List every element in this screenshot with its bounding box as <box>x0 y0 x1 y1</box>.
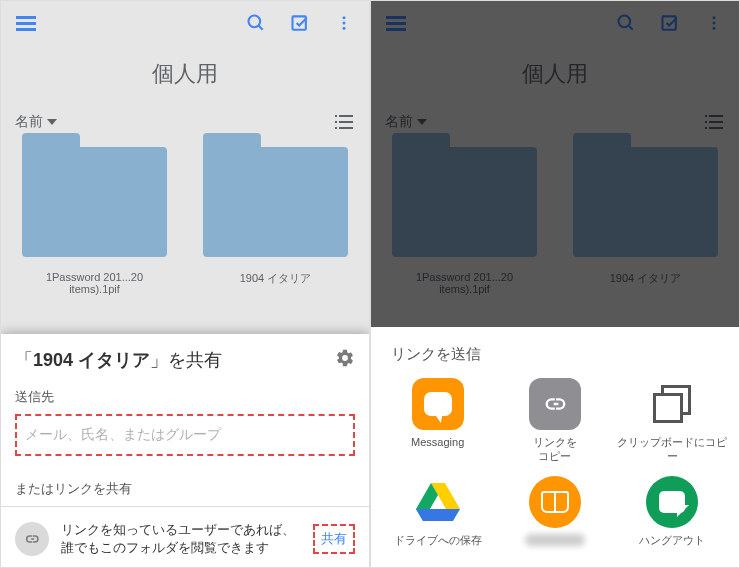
messaging-icon <box>412 378 464 430</box>
screen-link-send: 個人用 名前 1Password 201...20 items).1pif <box>370 0 740 568</box>
gdrive-icon <box>412 476 464 528</box>
app-messaging[interactable]: Messaging <box>379 378 496 464</box>
clipboard-icon <box>646 378 698 430</box>
books-icon <box>529 476 581 528</box>
app-copy-link[interactable]: リンクを コピー <box>496 378 613 464</box>
gear-icon[interactable] <box>335 348 355 372</box>
svg-point-5 <box>343 27 346 30</box>
app-label: ハングアウト <box>614 534 731 548</box>
more-icon[interactable] <box>333 12 355 34</box>
link-send-title: リンクを送信 <box>391 345 719 364</box>
app-clipboard[interactable]: クリップボードにコピー <box>614 378 731 464</box>
folder-item[interactable]: 1904 イタリア <box>200 147 351 295</box>
app-label: ドライブへの保存 <box>379 534 496 548</box>
or-link-label: またはリンクを共有 <box>15 480 355 498</box>
divider <box>1 506 369 507</box>
select-icon[interactable] <box>289 12 311 34</box>
folder-icon <box>203 147 348 257</box>
sort-label: 名前 <box>15 113 43 131</box>
app-hangouts[interactable]: ハングアウト <box>614 476 731 548</box>
link-send-sheet: リンクを送信 Messaging リンクを コピー クリップボードにコピー <box>371 327 739 567</box>
svg-line-1 <box>259 26 263 30</box>
app-label: リンクを コピー <box>496 436 613 464</box>
svg-marker-6 <box>47 119 57 125</box>
app-books[interactable] <box>496 476 613 548</box>
hangouts-icon <box>646 476 698 528</box>
recipient-input[interactable]: メール、氏名、またはグループ <box>15 414 355 456</box>
svg-point-3 <box>343 16 346 19</box>
svg-point-0 <box>249 16 261 28</box>
share-button[interactable]: 共有 <box>313 524 355 554</box>
link-description: リンクを知っているユーザーであれば、誰でもこのフォルダを閲覧できます <box>61 521 301 557</box>
share-bottom-sheet: 「1904 イタリア」を共有 送信先 メール、氏名、またはグループ またはリンク… <box>1 334 369 567</box>
copylink-icon <box>529 378 581 430</box>
app-label <box>525 534 585 546</box>
search-icon[interactable] <box>245 12 267 34</box>
app-label: クリップボードにコピー <box>614 436 731 464</box>
page-title: 個人用 <box>1 45 369 111</box>
svg-marker-16 <box>416 509 460 521</box>
app-label: Messaging <box>379 436 496 450</box>
view-list-icon[interactable] <box>333 111 355 133</box>
folder-label: 1Password 201...20 items).1pif <box>19 271 170 295</box>
menu-icon[interactable] <box>15 12 37 34</box>
app-drive-save[interactable]: ドライブへの保存 <box>379 476 496 548</box>
share-title: 「1904 イタリア」を共有 <box>15 348 222 372</box>
folder-item[interactable]: 1Password 201...20 items).1pif <box>19 147 170 295</box>
link-icon <box>15 522 49 556</box>
sort-button[interactable]: 名前 <box>15 113 57 131</box>
topbar <box>1 1 369 45</box>
recipient-placeholder: メール、氏名、またはグループ <box>25 426 221 442</box>
svg-point-4 <box>343 22 346 25</box>
folder-icon <box>22 147 167 257</box>
svg-rect-2 <box>293 16 306 29</box>
folder-label: 1904 イタリア <box>200 271 351 286</box>
screen-share-dialog: 個人用 名前 1Password 201...20 items).1pif <box>0 0 370 568</box>
send-to-label: 送信先 <box>15 388 355 406</box>
